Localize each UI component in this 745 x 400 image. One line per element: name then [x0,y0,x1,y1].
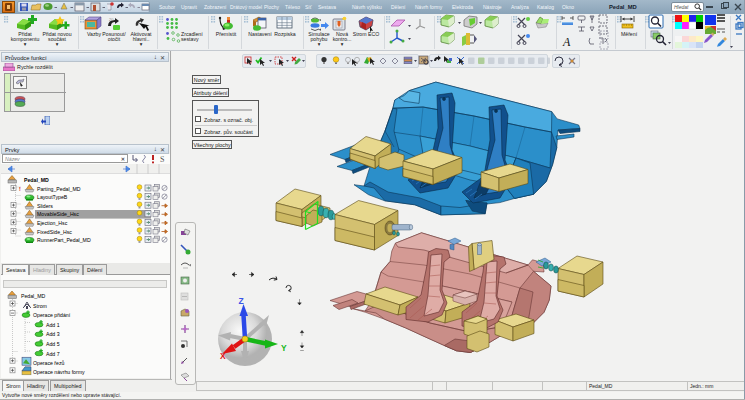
svg-text:S: S [160,155,164,164]
svg-text:!: ! [19,186,21,192]
svg-text:MovableSide_Hsc: MovableSide_Hsc [37,211,79,217]
svg-text:Pedal_MD: Pedal_MD [24,177,49,183]
svg-text:Pedal_MD: Pedal_MD [21,293,45,299]
svg-text:FixedSide_Hsc: FixedSide_Hsc [37,229,72,235]
svg-text:Operace řezů: Operace řezů [33,360,65,366]
svg-text:A: A [562,35,571,49]
svg-text:20: 20 [109,17,114,22]
svg-text:Add 7: Add 7 [46,351,60,357]
svg-text:Parting_Pedal_MD: Parting_Pedal_MD [37,186,81,192]
svg-text:Z: Z [239,296,244,306]
svg-text:Sliders: Sliders [37,203,53,209]
svg-text:Add 3: Add 3 [46,331,60,337]
svg-text:Ejection_Hsc: Ejection_Hsc [37,220,68,226]
svg-text:RunnerPart_Pedal_MD: RunnerPart_Pedal_MD [37,237,91,243]
svg-text:Operace přidání: Operace přidání [33,312,71,318]
svg-text:Add 1: Add 1 [46,322,60,328]
svg-text:LayoutTypeB: LayoutTypeB [37,194,68,200]
svg-text:Operace návrhu formy: Operace návrhu formy [33,369,85,375]
svg-text:Add 5: Add 5 [46,341,60,347]
svg-text:Y: Y [281,343,287,353]
svg-text:X: X [220,351,226,361]
svg-text:Strom: Strom [33,303,47,309]
